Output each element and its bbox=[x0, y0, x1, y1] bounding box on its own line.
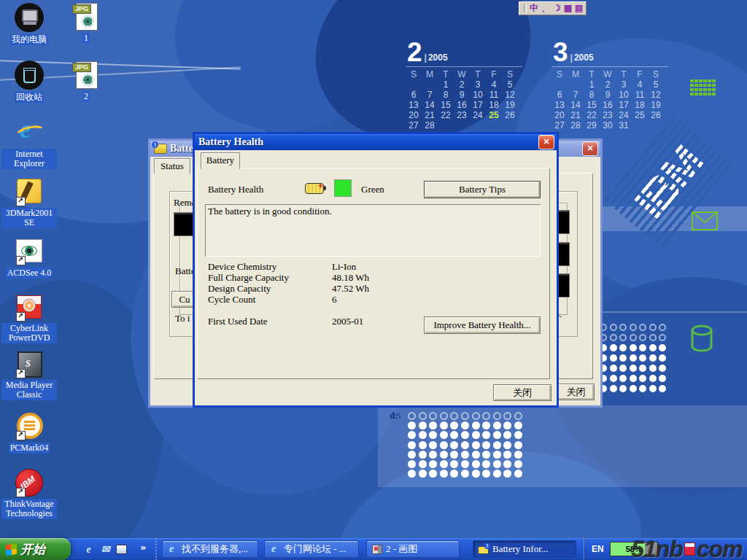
desktop-icon-jpg1[interactable]: 1 bbox=[66, 1, 107, 44]
info-label: First Used Date bbox=[208, 316, 332, 327]
desktop-icon-threedmark[interactable]: 3DMark2001 SE bbox=[1, 177, 57, 228]
task-label: 专门网论坛 - ... bbox=[284, 542, 347, 556]
shortcut-arrow-icon bbox=[16, 488, 26, 497]
pcmark-icon bbox=[14, 411, 44, 440]
shortcut-arrow-icon bbox=[16, 369, 26, 378]
condition-text: The battery is in good condition. bbox=[208, 206, 332, 217]
battery-icon bbox=[478, 543, 489, 555]
watermark-left: 51nb bbox=[632, 536, 684, 560]
battery-health-body: Battery Battery Health Green Battery Tip… bbox=[195, 150, 557, 405]
task-button[interactable]: 专门网论坛 - ... bbox=[264, 540, 359, 558]
desktop-icon-label: 我的电脑 bbox=[10, 34, 48, 45]
desktop-icon-acdsee[interactable]: ACDSee 4.0 bbox=[1, 236, 57, 279]
jpg2-icon bbox=[71, 60, 101, 89]
desktop-icon-jpg2[interactable]: 2 bbox=[66, 60, 107, 102]
watermark-right: com bbox=[697, 536, 743, 560]
info-row: Cycle Count6 bbox=[208, 294, 536, 305]
close-icon[interactable]: ✕ bbox=[582, 141, 598, 156]
info-value: Li-Ion bbox=[332, 261, 356, 272]
desktop: IBM d:\ 22005SMTWTFS12345678910111213141… bbox=[0, 0, 747, 560]
shortcut-arrow-icon bbox=[16, 256, 26, 265]
close-icon[interactable]: ✕ bbox=[538, 135, 554, 149]
thinkvantage-icon bbox=[14, 468, 44, 497]
battery-gauge bbox=[174, 212, 194, 236]
desktop-icon-pcmark[interactable]: PCMark04 bbox=[1, 411, 57, 454]
tab-battery[interactable]: Battery bbox=[201, 152, 240, 169]
threedmark-icon bbox=[14, 177, 44, 206]
info-label: Cycle Count bbox=[208, 294, 332, 305]
desktop-icon-label: PCMark04 bbox=[9, 443, 50, 454]
task-button[interactable]: 2 - 画图 bbox=[366, 540, 460, 558]
battery-tips-button[interactable]: Battery Tips bbox=[424, 181, 541, 198]
task-label: 2 - 画图 bbox=[386, 542, 417, 556]
info-row: Device ChemistryLi-Ion bbox=[208, 261, 536, 272]
task-button[interactable]: 找不到服务器,... bbox=[162, 540, 258, 558]
condition-textbox[interactable]: The battery is in good condition. bbox=[205, 204, 541, 257]
desktop-icon-powerdvd[interactable]: CyberLink PowerDVD bbox=[1, 292, 57, 343]
info-value: 47.52 Wh bbox=[332, 283, 369, 294]
battery-status-text: Green bbox=[361, 184, 384, 195]
task-label: Battery Infor... bbox=[492, 543, 549, 555]
battery-status-square bbox=[334, 179, 352, 197]
start-label: 开始 bbox=[20, 541, 45, 558]
window-title: Battery Health bbox=[198, 136, 535, 148]
desktop-icon-label: ThinkVantage Technologies bbox=[1, 499, 57, 519]
shortcut-arrow-icon bbox=[16, 197, 26, 206]
desktop-icon-my-computer[interactable]: 我的电脑 bbox=[1, 3, 57, 45]
start-button[interactable]: 开始 bbox=[0, 538, 71, 560]
ie-icon bbox=[167, 543, 179, 555]
tab-status[interactable]: Status bbox=[154, 158, 190, 174]
powerdvd-icon bbox=[14, 292, 44, 322]
desktop-icon-label: Internet Explorer bbox=[1, 149, 57, 169]
battery-tab-panel: Battery Health Green Battery Tips The ba… bbox=[197, 168, 550, 379]
info-row: Full Charge Capacity48.18 Wh bbox=[208, 272, 536, 283]
desktop-icon-mpc[interactable]: Media Player Classic bbox=[1, 349, 57, 400]
show-desktop-icon[interactable] bbox=[116, 545, 127, 554]
mpc-icon bbox=[14, 349, 44, 378]
desktop-icon-label: 3DMark2001 SE bbox=[1, 208, 57, 228]
task-button[interactable]: Battery Infor... bbox=[473, 540, 576, 558]
internet-explorer-icon bbox=[14, 118, 44, 147]
close-button[interactable]: 关闭 bbox=[493, 384, 551, 401]
battery-health-label: Battery Health bbox=[208, 184, 263, 195]
shortcut-arrow-icon bbox=[16, 312, 26, 322]
battery-health-titlebar[interactable]: Battery Health ✕ bbox=[195, 134, 557, 150]
my-computer-icon bbox=[14, 3, 44, 32]
internet-explorer-icon[interactable]: e bbox=[82, 543, 95, 556]
desktop-icon-label: 2 bbox=[82, 91, 90, 102]
info-value: 6 bbox=[332, 294, 337, 305]
tray-alert-icon bbox=[684, 542, 695, 556]
ie-icon bbox=[269, 543, 281, 555]
improve-battery-health-button[interactable]: Improve Battery Health... bbox=[424, 316, 541, 334]
desktop-icon-label: CyberLink PowerDVD bbox=[1, 323, 57, 343]
battery-health-info-rows: Device ChemistryLi-IonFull Charge Capaci… bbox=[208, 261, 536, 305]
battery-icon bbox=[305, 183, 324, 194]
info-label: Device Chemistry bbox=[208, 261, 332, 272]
info-value: 2005-01 bbox=[332, 316, 363, 327]
desktop-icon-label: Media Player Classic bbox=[1, 380, 57, 400]
to-label: To i bbox=[175, 313, 190, 324]
shortcut-arrow-icon bbox=[16, 431, 26, 440]
paint-icon bbox=[371, 543, 383, 555]
info-label: Full Charge Capacity bbox=[208, 272, 332, 283]
quick-launch-overflow-chevron[interactable]: » bbox=[140, 542, 146, 553]
desktop-icon-recycle-bin[interactable]: 回收站 bbox=[1, 61, 57, 103]
battery-health-dialog: Battery Health ✕ Battery Battery Health … bbox=[193, 132, 559, 408]
jpg1-icon bbox=[71, 1, 101, 31]
desktop-icon-label: 回收站 bbox=[15, 92, 44, 103]
recycle-bin-icon bbox=[14, 61, 44, 90]
windows-flag-icon bbox=[6, 542, 17, 555]
desktop-icon-label: ACDSee 4.0 bbox=[6, 268, 53, 279]
desktop-icon-thinkvantage[interactable]: ThinkVantage Technologies bbox=[1, 468, 57, 519]
outlook-express-icon[interactable]: ✉ bbox=[99, 543, 112, 556]
battery-window-icon bbox=[154, 144, 167, 154]
info-label: Design Capacity bbox=[208, 283, 332, 294]
acdsee-icon bbox=[14, 236, 44, 265]
close-button[interactable]: 关闭 bbox=[557, 384, 595, 400]
desktop-icon-label: 1 bbox=[82, 33, 90, 44]
watermark: 51nb com bbox=[632, 538, 743, 560]
language-indicator[interactable]: EN bbox=[592, 544, 604, 554]
info-value: 48.18 Wh bbox=[332, 272, 369, 283]
desktop-icon-internet-explorer[interactable]: Internet Explorer bbox=[1, 118, 57, 169]
task-label: 找不到服务器,... bbox=[182, 542, 248, 556]
